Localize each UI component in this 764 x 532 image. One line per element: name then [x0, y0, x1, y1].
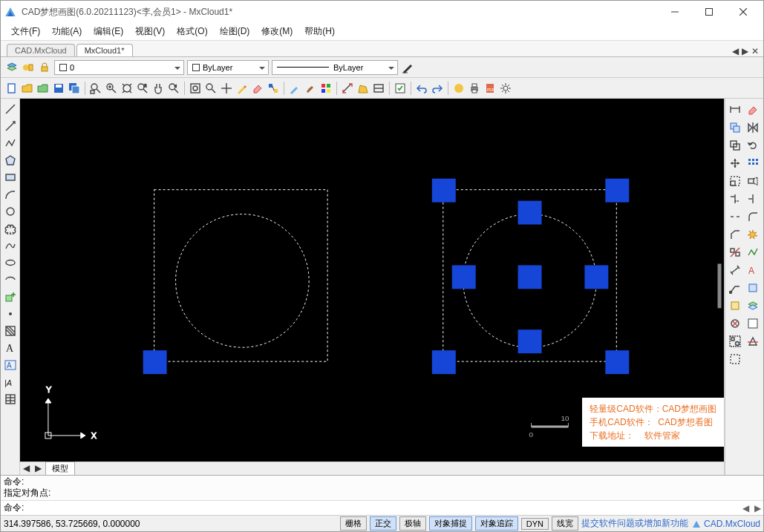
offset-icon[interactable] — [727, 137, 743, 154]
new-file-icon[interactable] — [5, 82, 19, 95]
zoom-window-icon[interactable] — [89, 82, 102, 95]
command-input[interactable] — [27, 502, 739, 514]
layer-state-icon[interactable] — [22, 61, 35, 74]
polygon-tool-icon[interactable] — [3, 153, 18, 168]
wipeout-icon[interactable] — [745, 315, 761, 332]
tab-next-icon[interactable]: ▶ — [742, 46, 748, 56]
trim-icon[interactable] — [727, 191, 743, 207]
erase-icon[interactable] — [745, 102, 761, 118]
brand-label[interactable]: CAD.MxCloud — [691, 519, 760, 529]
measure-id-icon[interactable] — [372, 82, 385, 95]
feedback-link[interactable]: 提交软件问题或增加新功能 — [581, 517, 688, 530]
doc-tab-1[interactable]: MxCloud1* — [76, 44, 133, 56]
saveas-icon[interactable] — [68, 82, 81, 95]
script-icon[interactable] — [394, 82, 407, 95]
status-osnap-button[interactable]: 对象捕捉 — [429, 516, 472, 531]
zoom-previous-icon[interactable] — [167, 82, 180, 95]
menu-edit[interactable]: 编辑(E) — [88, 23, 129, 40]
tool-a-icon[interactable] — [452, 82, 466, 95]
polyline-tool-icon[interactable] — [3, 136, 18, 151]
print-icon[interactable] — [468, 82, 481, 95]
layout-prev-icon[interactable]: ◀ — [20, 463, 32, 473]
brush-icon[interactable] — [304, 82, 317, 95]
status-grid-button[interactable]: 栅格 — [340, 516, 367, 531]
block-create-icon[interactable] — [745, 280, 761, 296]
revcloud-tool-icon[interactable] — [3, 221, 18, 236]
menu-view[interactable]: 视图(V) — [129, 23, 171, 40]
menu-function[interactable]: 功能(A) — [46, 23, 88, 40]
table-tool-icon[interactable] — [3, 392, 18, 407]
array-icon[interactable] — [745, 155, 761, 171]
close-button[interactable] — [726, 1, 760, 22]
leader-icon[interactable] — [727, 280, 743, 296]
zoom-object-icon[interactable] — [204, 82, 218, 95]
export-pdf-icon[interactable]: PDF — [483, 82, 497, 95]
pan-icon[interactable] — [151, 82, 165, 95]
insert-block-icon[interactable] — [3, 289, 18, 304]
doc-tab-0[interactable]: CAD.MxCloud — [7, 44, 75, 56]
edit-props-icon[interactable] — [235, 82, 249, 95]
paint-icon[interactable] — [288, 82, 301, 95]
break-icon[interactable] — [727, 208, 743, 225]
select-all-icon[interactable] — [727, 351, 743, 367]
spline-tool-icon[interactable] — [3, 238, 18, 253]
menu-modify[interactable]: 修改(M) — [255, 23, 298, 40]
zoom-all-icon[interactable] — [189, 82, 202, 95]
cmd-scroll-left-icon[interactable]: ◀ — [739, 503, 751, 513]
layer-combo[interactable]: 0 — [54, 60, 184, 75]
cmd-scroll-right-icon[interactable]: ▶ — [751, 503, 763, 513]
linetype-combo[interactable]: ByLayer — [272, 60, 398, 75]
settings-icon[interactable] — [499, 82, 512, 95]
extend-icon[interactable] — [745, 191, 761, 207]
dim-linear-icon[interactable] — [727, 102, 743, 118]
redo-icon[interactable] — [431, 82, 444, 95]
menu-draw[interactable]: 绘图(D) — [214, 23, 256, 40]
status-ortho-button[interactable]: 正交 — [370, 516, 396, 531]
eraser-icon[interactable] — [251, 82, 264, 95]
purge-icon[interactable] — [727, 315, 743, 332]
layout-next-icon[interactable]: ▶ — [32, 463, 44, 473]
ellipse-tool-icon[interactable] — [3, 255, 18, 270]
tab-close-icon[interactable]: ✕ — [751, 46, 759, 56]
tab-prev-icon[interactable]: ◀ — [732, 46, 739, 56]
circle-tool-icon[interactable] — [3, 204, 18, 219]
group-icon[interactable] — [727, 333, 743, 349]
dim-aligned-icon[interactable] — [727, 262, 743, 278]
mirror-icon[interactable] — [745, 119, 761, 136]
mtext-tool-icon[interactable]: A — [3, 358, 18, 372]
minimize-button[interactable] — [658, 1, 692, 22]
layer-manager-icon[interactable] — [5, 61, 19, 74]
align-icon[interactable] — [727, 244, 743, 260]
layer-lock-icon[interactable] — [38, 61, 51, 74]
stretch-icon[interactable] — [745, 173, 761, 189]
zoom-realtime-icon[interactable]: ± — [136, 82, 149, 95]
explode-icon[interactable] — [745, 226, 761, 243]
layer-tool-icon[interactable] — [745, 298, 761, 314]
status-polar-button[interactable]: 极轴 — [399, 516, 426, 531]
linetype-edit-icon[interactable] — [401, 61, 414, 74]
maximize-button[interactable] — [692, 1, 726, 22]
dim-edit-icon[interactable]: A — [745, 262, 761, 278]
zoom-extents-icon[interactable] — [120, 82, 134, 95]
status-otrack-button[interactable]: 对象追踪 — [475, 516, 518, 531]
menu-file[interactable]: 文件(F) — [5, 23, 46, 40]
status-dyn-button[interactable]: DYN — [521, 518, 549, 530]
text-tool-icon[interactable]: A — [3, 341, 18, 355]
undo-icon[interactable] — [415, 82, 428, 95]
ray-tool-icon[interactable] — [3, 119, 18, 134]
save-icon[interactable] — [52, 82, 65, 95]
move-icon[interactable] — [727, 155, 743, 171]
join-icon[interactable] — [745, 244, 761, 260]
open-file-icon[interactable] — [21, 82, 34, 95]
open-cloud-icon[interactable] — [36, 82, 50, 95]
block-edit-icon[interactable] — [727, 298, 743, 314]
measure-dist-icon[interactable] — [341, 82, 354, 95]
point-tool-icon[interactable] — [3, 306, 18, 321]
model-tab[interactable]: 模型 — [45, 462, 75, 476]
line-tool-icon[interactable] — [3, 102, 18, 116]
chamfer-icon[interactable] — [727, 226, 743, 243]
status-lw-button[interactable]: 线宽 — [552, 516, 578, 531]
hatch-tool-icon[interactable] — [3, 324, 18, 338]
arc-tool-icon[interactable] — [3, 187, 18, 202]
measure-area-icon[interactable] — [356, 82, 370, 95]
